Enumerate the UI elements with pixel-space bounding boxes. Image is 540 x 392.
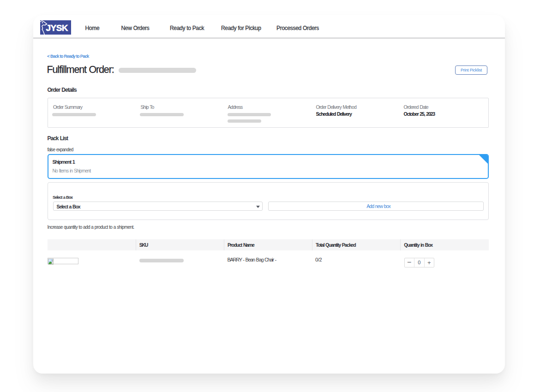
svg-text:JYSK: JYSK — [46, 23, 68, 33]
